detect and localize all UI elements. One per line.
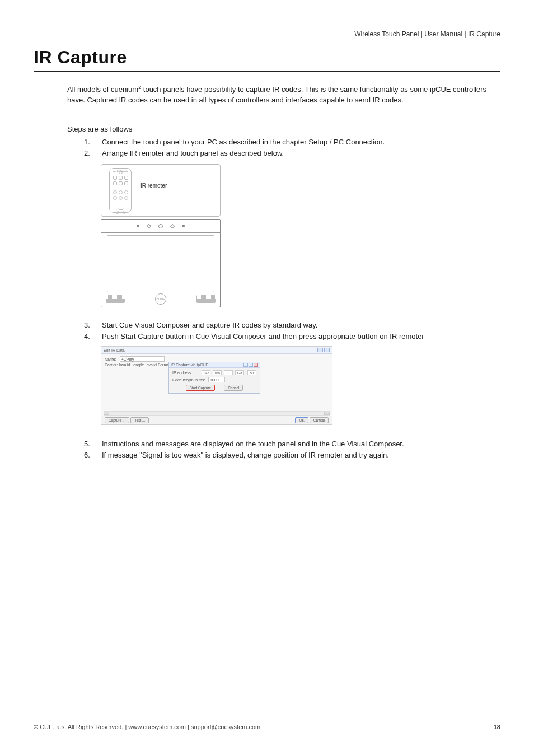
- steps-lead: Steps are as follows: [67, 125, 500, 133]
- sensor-diamond-icon: [170, 223, 175, 228]
- ir-waves-icon: [115, 208, 127, 213]
- footer-email: support@cuesystem.com: [191, 724, 260, 730]
- title-rule: [34, 71, 500, 72]
- ok-button[interactable]: OK: [295, 417, 308, 423]
- steps-list-3: 5. Instructions and messages are display…: [67, 438, 500, 460]
- close-icon[interactable]: [324, 348, 330, 352]
- step-item: 6. If message "Signal is too weak" is di…: [84, 450, 500, 461]
- ir-remoter-label: IR remoter: [140, 183, 217, 189]
- remote-illustration: Audio remote IR remoter: [101, 164, 221, 217]
- capture-button[interactable]: Capture ...: [105, 417, 129, 423]
- header-product: Wireless Touch Panel: [354, 30, 419, 38]
- codelen-input[interactable]: 1000: [208, 377, 225, 382]
- ip-label: IP address:: [172, 371, 199, 375]
- footer-site: www.cuesystem.com: [128, 724, 186, 730]
- step-item: 2. Arrange IR remoter and touch panel as…: [84, 148, 500, 159]
- ir-remote-icon: Audio remote: [109, 168, 132, 213]
- minimize-icon[interactable]: [243, 363, 248, 367]
- sensor-dot-icon: [182, 225, 185, 227]
- step-item: 3. Start Cue Visual Composer and capture…: [84, 320, 500, 331]
- page-title: IR Capture: [34, 47, 500, 68]
- steps-list-2: 3. Start Cue Visual Composer and capture…: [67, 320, 500, 342]
- horizontal-scrollbar[interactable]: [104, 411, 330, 416]
- step-item: 4. Push Start Capture button in Cue Visu…: [84, 331, 500, 342]
- header-doc: User Manual: [424, 30, 462, 38]
- page-footer: © CUE, a.s. All Rights Reserved. | www.c…: [34, 724, 500, 730]
- name-label: Name:: [105, 357, 116, 361]
- cancel-button[interactable]: Cancel: [310, 417, 329, 423]
- dialog-title: IR Capture via ipCUE: [171, 363, 208, 367]
- steps-list: 1. Connect the touch panel to your PC as…: [67, 137, 500, 158]
- codelen-label: Code length in ms:: [172, 378, 206, 382]
- ip-input[interactable]: 192. 168. 1. 128 : 80: [202, 370, 256, 375]
- maximize-icon[interactable]: [249, 363, 253, 367]
- page-number: 18: [494, 724, 500, 730]
- panel-screen: [107, 235, 214, 292]
- step-item: 1. Connect the touch panel to your PC as…: [84, 137, 500, 148]
- cancel-dialog-button[interactable]: Cancel: [224, 385, 243, 391]
- test-button[interactable]: Test ...: [130, 417, 149, 423]
- speaker-grille-icon: [196, 295, 216, 303]
- name-input[interactable]: +CPlay: [120, 356, 165, 362]
- figure-cvc-dialog: Edit IR Data Name: +CPlay Carrier: Inval…: [101, 346, 500, 425]
- close-icon[interactable]: [254, 363, 258, 367]
- home-button-icon: HOME: [155, 293, 166, 305]
- window-title: Edit IR Data: [104, 348, 125, 352]
- help-icon[interactable]: [317, 348, 323, 352]
- copyright: © CUE, a.s. All Rights Reserved.: [34, 724, 123, 730]
- sensor-dot-icon: [137, 225, 139, 227]
- camera-icon: [158, 224, 163, 228]
- breadcrumb: Wireless Touch Panel | User Manual | IR …: [34, 30, 500, 38]
- header-section: IR Capture: [468, 30, 500, 38]
- intro-paragraph: All models of cuenium2 touch panels have…: [67, 84, 498, 106]
- step-item: 5. Instructions and messages are display…: [84, 438, 500, 450]
- start-capture-button[interactable]: Start Capture: [186, 385, 216, 391]
- touch-panel-illustration: HOME: [101, 219, 221, 307]
- window-titlebar: Edit IR Data: [101, 347, 332, 354]
- ir-capture-dialog: IR Capture via ipCUE IP address:: [168, 362, 260, 394]
- speaker-grille-icon: [106, 295, 125, 303]
- figure-remote-layout: Audio remote IR remoter: [101, 164, 500, 307]
- sensor-diamond-icon: [147, 223, 151, 228]
